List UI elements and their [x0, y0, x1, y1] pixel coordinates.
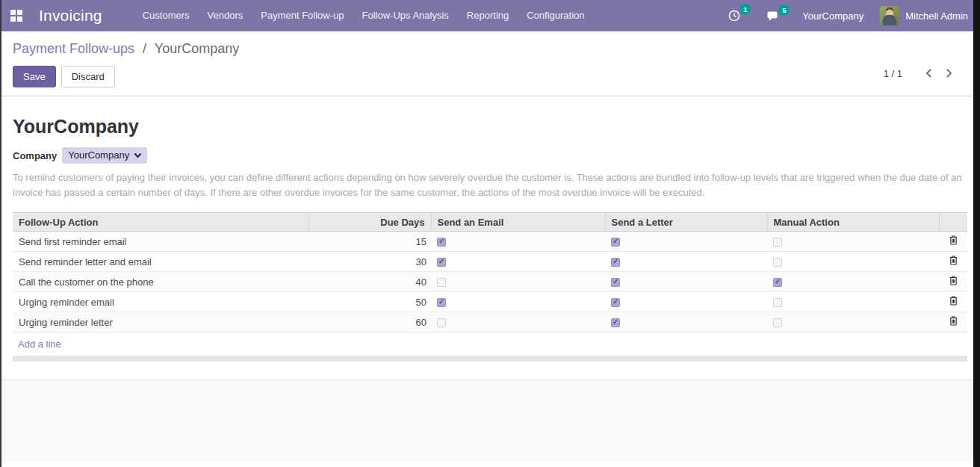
delete-row-button[interactable]	[946, 233, 961, 250]
send-letter-cell[interactable]	[605, 232, 767, 252]
send-a-letter-checkbox[interactable]	[611, 318, 620, 327]
send-email-cell[interactable]	[431, 272, 605, 292]
trash-icon	[949, 275, 958, 286]
send-an-email-checkbox[interactable]	[437, 278, 446, 287]
followup-action-cell[interactable]: Send reminder letter and email	[13, 252, 308, 272]
followup-row[interactable]: Call the customer on the phone40	[13, 272, 967, 292]
main-menu: Customers Vendors Payment Follow-up Foll…	[134, 0, 594, 31]
send-letter-cell[interactable]	[605, 252, 767, 272]
discard-button[interactable]: Discard	[61, 66, 115, 87]
company-select[interactable]: YourCompany	[62, 147, 147, 164]
followup-table-body: Send first reminder email15Send reminder…	[13, 232, 967, 333]
menu-customers[interactable]: Customers	[134, 0, 199, 31]
control-panel: Payment Follow-ups / YourCompany Save Di…	[0, 31, 980, 96]
manual-action-checkbox[interactable]	[773, 318, 782, 327]
send-letter-cell[interactable]	[605, 292, 767, 312]
send-letter-cell[interactable]	[605, 272, 767, 292]
send-a-letter-checkbox[interactable]	[611, 238, 620, 247]
delete-row-button[interactable]	[946, 314, 961, 330]
send-a-letter-checkbox[interactable]	[611, 298, 620, 307]
send-an-email-checkbox[interactable]	[437, 258, 446, 267]
trash-icon	[949, 315, 958, 327]
menu-follow-ups-analysis[interactable]: Follow-Ups Analysis	[353, 0, 458, 31]
pager-value: 1 / 1	[884, 68, 902, 79]
add-a-line-link[interactable]: Add a line	[18, 338, 61, 350]
followup-levels-table: Follow-Up Action Due Days Send an Email …	[13, 212, 967, 333]
company-label: Company	[13, 150, 57, 161]
save-button[interactable]: Save	[13, 66, 56, 87]
breadcrumb-parent-link[interactable]: Payment Follow-ups	[13, 41, 134, 56]
send-an-email-checkbox[interactable]	[437, 318, 446, 327]
send-email-cell[interactable]	[431, 252, 605, 272]
column-header-due-days[interactable]: Due Days	[308, 213, 431, 232]
breadcrumb-separator: /	[143, 41, 146, 56]
row-actions-cell	[939, 312, 967, 333]
send-email-cell[interactable]	[431, 312, 605, 333]
manual-action-cell[interactable]	[767, 232, 939, 252]
menu-vendors[interactable]: Vendors	[199, 0, 252, 31]
table-horizontal-scrollbar[interactable]	[13, 356, 967, 362]
pager-previous-button[interactable]	[919, 67, 939, 79]
form-sheet: YourCompany Company YourCompany To remin…	[0, 96, 980, 380]
app-title[interactable]: Invoicing	[39, 7, 102, 25]
send-email-cell[interactable]	[431, 292, 605, 312]
due-days-cell[interactable]: 15	[308, 232, 431, 252]
column-header-manual-action[interactable]: Manual Action	[767, 213, 939, 232]
manual-action-cell[interactable]	[767, 312, 939, 333]
manual-action-checkbox[interactable]	[773, 298, 782, 307]
window-left-edge	[0, 0, 1, 467]
followup-row[interactable]: Send reminder letter and email30	[13, 252, 967, 272]
due-days-cell[interactable]: 40	[308, 272, 431, 292]
row-actions-cell	[939, 272, 967, 292]
column-header-actions	[939, 213, 967, 232]
manual-action-checkbox[interactable]	[773, 238, 782, 247]
followup-row[interactable]: Send first reminder email15	[13, 232, 967, 252]
help-text: To remind customers of paying their invo…	[13, 170, 967, 200]
pager-next-button[interactable]	[939, 67, 959, 79]
due-days-cell[interactable]: 60	[308, 312, 431, 333]
column-header-follow-up-action[interactable]: Follow-Up Action	[13, 213, 308, 232]
company-select-value: YourCompany	[68, 149, 129, 161]
column-header-send-an-email[interactable]: Send an Email	[431, 213, 605, 232]
send-email-cell[interactable]	[431, 232, 605, 252]
send-letter-cell[interactable]	[605, 312, 767, 333]
table-header-row: Follow-Up Action Due Days Send an Email …	[13, 213, 967, 232]
send-a-letter-checkbox[interactable]	[611, 258, 620, 267]
user-avatar[interactable]	[880, 6, 899, 25]
user-menu[interactable]: Mitchell Admin	[905, 10, 968, 22]
delete-row-button[interactable]	[946, 294, 961, 310]
menu-payment-follow-up[interactable]: Payment Follow-up	[252, 0, 353, 31]
page-background	[0, 380, 980, 462]
menu-reporting[interactable]: Reporting	[458, 0, 518, 31]
followup-action-cell[interactable]: Urging reminder letter	[13, 312, 308, 333]
delete-row-button[interactable]	[946, 253, 961, 270]
followup-row[interactable]: Urging reminder letter60	[13, 312, 967, 333]
trash-icon	[949, 235, 958, 246]
followup-action-cell[interactable]: Send first reminder email	[13, 232, 308, 252]
window-scrollbar[interactable]	[973, 0, 980, 467]
manual-action-checkbox[interactable]	[773, 258, 782, 267]
manual-action-cell[interactable]	[767, 292, 939, 312]
activities-button[interactable]: 1	[728, 9, 741, 22]
column-header-send-a-letter[interactable]: Send a Letter	[605, 213, 767, 232]
due-days-cell[interactable]: 50	[308, 292, 431, 312]
followup-action-cell[interactable]: Urging reminder email	[13, 292, 308, 312]
delete-row-button[interactable]	[946, 273, 961, 290]
activities-badge: 1	[739, 4, 751, 15]
menu-configuration[interactable]: Configuration	[518, 0, 593, 31]
apps-menu-icon[interactable]	[10, 10, 22, 22]
breadcrumb-current: YourCompany	[155, 41, 239, 56]
manual-action-cell[interactable]	[767, 272, 939, 292]
messages-button[interactable]: 5	[766, 10, 780, 22]
manual-action-checkbox[interactable]	[773, 278, 782, 287]
manual-action-cell[interactable]	[767, 252, 939, 272]
company-switcher[interactable]: YourCompany	[802, 10, 863, 22]
send-an-email-checkbox[interactable]	[437, 298, 446, 307]
row-actions-cell	[939, 252, 967, 272]
followup-action-cell[interactable]: Call the customer on the phone	[13, 272, 308, 292]
send-a-letter-checkbox[interactable]	[611, 278, 620, 287]
due-days-cell[interactable]: 30	[308, 252, 431, 272]
top-navbar: Invoicing Customers Vendors Payment Foll…	[0, 0, 980, 31]
followup-row[interactable]: Urging reminder email50	[13, 292, 967, 312]
send-an-email-checkbox[interactable]	[437, 238, 446, 247]
